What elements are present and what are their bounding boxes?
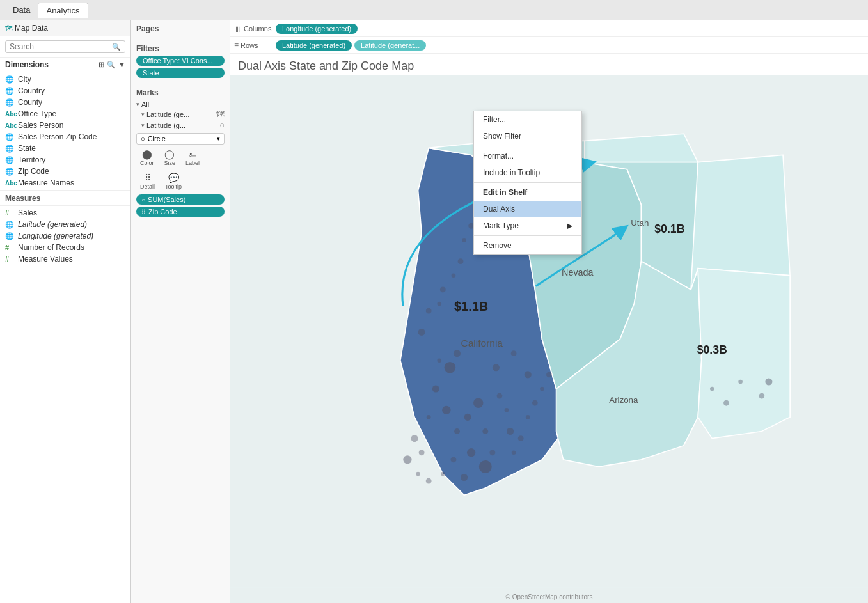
latitude-pill-1[interactable]: Latitude (generated) [276,40,352,51]
marks-all-row[interactable]: ▾ All [136,100,225,109]
dim-city-label: City [18,75,31,84]
svg-point-30 [532,400,538,406]
size-button[interactable]: ◯ Size [161,147,180,168]
dim-sales-person[interactable]: Abc Sales Person [0,120,130,131]
context-show-filter[interactable]: Show Filter [474,128,581,145]
svg-point-39 [458,258,464,264]
tooltip-button[interactable]: 💬 Tooltip [161,171,185,192]
longitude-pill[interactable]: Longitude (generated) [276,24,358,34]
dimensions-list: 🌐 City 🌐 Country 🌐 County Abc Office Typ… [0,72,130,191]
label-icon: 🏷 [188,149,197,159]
context-dual-axis[interactable]: Dual Axis [474,201,581,217]
left-panel: 🗺 Map Data 🔍 Dimensions ⊞ 🔍 ▼ 🌐 City [0,20,131,603]
context-format[interactable]: Format... [474,148,581,164]
right-panel: ⫼ Columns Longitude (generated) ≡ Rows L… [230,20,868,603]
svg-point-42 [710,387,714,391]
dim-sales-person-zip[interactable]: 🌐 Sales Person Zip Code [0,131,130,143]
measure-latitude-label: Latitude (generated) [18,220,87,229]
tab-data[interactable]: Data [5,3,38,17]
svg-point-33 [546,372,552,377]
abc-icon: Abc [5,111,15,118]
dim-state[interactable]: 🌐 State [0,143,130,154]
mark-buttons-row2: ⠿ Detail 💬 Tooltip [136,171,225,192]
dim-country[interactable]: 🌐 Country [0,85,130,97]
color-dots-icon: ⬤ [142,149,152,159]
arizona-map-label: Arizona [609,395,638,405]
hash-icon: # [5,244,15,251]
sum-sales-pill[interactable]: ○ SUM(Sales) [136,194,225,205]
marks-lat2-row[interactable]: ▾ Latitude (g... ○ [136,120,225,130]
size-icon: ◯ [164,149,175,159]
context-edit-shelf[interactable]: Edit in Shelf [474,184,581,201]
columns-icon: ⫼ [234,24,242,33]
pages-section: Pages [131,20,230,40]
svg-point-22 [437,358,441,363]
measure-num-records[interactable]: # Number of Records [0,242,130,253]
color-button[interactable]: ⬤ Color [136,147,158,168]
svg-point-7 [473,398,484,408]
dim-measure-names[interactable]: Abc Measure Names [0,177,130,189]
tab-bar: Data Analytics [0,0,868,20]
search-icon: 🔍 [112,43,121,51]
detail-label: Detail [140,184,155,190]
dim-office-type[interactable]: Abc Office Type [0,108,130,120]
context-divider-2 [474,182,581,183]
filter-state[interactable]: State [136,68,225,78]
dim-menu-icon[interactable]: ▼ [118,61,125,69]
sum-sales-label: SUM(Sales) [148,196,185,203]
hash-icon: # [5,209,15,217]
svg-point-31 [540,387,544,391]
detail-button[interactable]: ⠿ Detail [136,171,159,192]
measure-sales[interactable]: # Sales [0,207,130,219]
search-dim-icon[interactable]: 🔍 [107,61,116,69]
dimensions-label: Dimensions [5,60,49,69]
svg-point-9 [467,448,475,457]
dimensions-header: Dimensions ⊞ 🔍 ▼ [0,58,130,72]
dim-territory[interactable]: 🌐 Territory [0,154,130,166]
label-1-1b: $1.1B [454,299,488,313]
marks-section: Marks ▾ All ▾ Latitude (ge... 🗺 ▾ Latitu… [131,84,230,603]
marks-lat1-row[interactable]: ▾ Latitude (ge... 🗺 [136,109,225,120]
svg-point-43 [723,400,729,406]
measure-longitude[interactable]: 🌐 Longitude (generated) [0,230,130,242]
mark-type-label: Circle [148,135,166,143]
dim-zip-code[interactable]: 🌐 Zip Code [0,166,130,177]
measures-list: # Sales 🌐 Latitude (generated) 🌐 Longitu… [0,206,130,266]
search-input-wrap[interactable]: 🔍 [5,40,125,53]
filter-office-type[interactable]: Office Type: VI Cons... [136,56,225,66]
dim-city[interactable]: 🌐 City [0,74,130,85]
svg-point-23 [497,393,503,399]
label-button[interactable]: 🏷 Label [182,147,203,168]
measure-values[interactable]: # Measure Values [0,253,130,265]
filters-section: Filters Office Type: VI Cons... State [131,40,230,84]
svg-point-20 [511,350,517,356]
context-remove[interactable]: Remove [474,237,581,254]
svg-point-26 [489,450,495,455]
submenu-arrow-icon: ▶ [567,221,572,230]
svg-point-2 [432,386,439,393]
latitude-pill-2[interactable]: Latitude (generat... [354,40,426,51]
zip-code-pill[interactable]: ⠿ Zip Code [136,207,225,217]
svg-point-46 [765,378,772,385]
grid-view-icon[interactable]: ⊞ [99,61,104,69]
columns-text: Columns [244,25,271,33]
middle-panel: Pages Filters Office Type: VI Cons... St… [131,20,230,603]
context-mark-type[interactable]: Mark Type ▶ [474,217,581,234]
svg-point-11 [461,474,468,481]
zip-code-label: Zip Code [148,208,177,215]
tab-analytics[interactable]: Analytics [38,3,88,18]
collapse-icon: ▾ [141,111,145,118]
context-include-tooltip[interactable]: Include in Tooltip [474,164,581,181]
svg-point-40 [462,238,466,242]
context-divider-1 [474,146,581,146]
dim-county[interactable]: 🌐 County [0,97,130,108]
svg-point-10 [479,460,492,473]
svg-point-8 [482,428,488,434]
context-filter[interactable]: Filter... [474,111,581,128]
dim-office-type-label: Office Type [18,109,56,118]
measure-latitude[interactable]: 🌐 Latitude (generated) [0,219,130,230]
svg-point-25 [507,428,514,435]
search-input[interactable] [10,42,112,51]
mark-type-dropdown[interactable]: ○ Circle ▾ [136,133,225,145]
globe-icon: 🌐 [5,75,15,84]
